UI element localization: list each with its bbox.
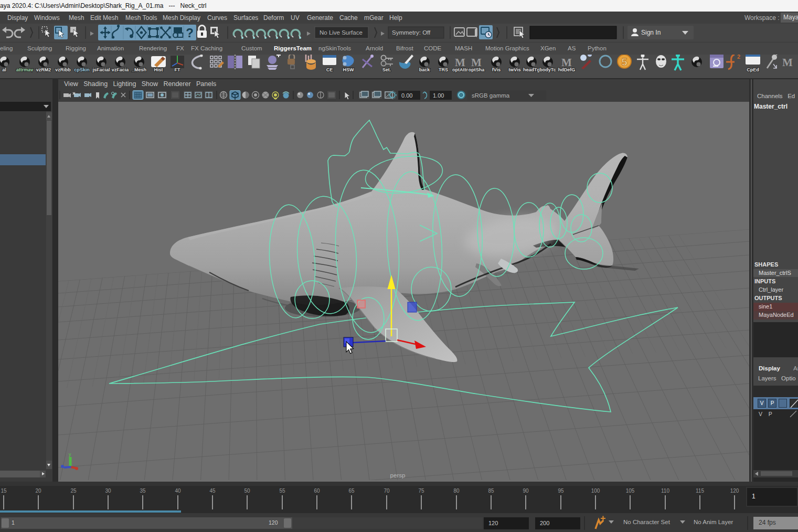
- svg-text:Symmetry: Off: Symmetry: Off: [392, 29, 431, 36]
- svg-text:al: al: [2, 67, 6, 72]
- svg-text:y: y: [69, 452, 71, 457]
- svg-text:M: M: [782, 56, 793, 69]
- svg-text:85: 85: [488, 488, 494, 494]
- svg-text:5: 5: [621, 56, 627, 68]
- svg-text:back: back: [419, 67, 431, 72]
- svg-text:105: 105: [626, 488, 635, 494]
- svg-text:115: 115: [696, 488, 704, 494]
- svg-text:fVis: fVis: [492, 67, 501, 72]
- svg-text:vzRM2: vzRM2: [36, 67, 51, 72]
- svg-text:90: 90: [523, 488, 529, 494]
- svg-text:hdDefG: hdDefG: [558, 67, 576, 72]
- svg-text:bodyTc: bodyTc: [539, 67, 556, 72]
- svg-text:40: 40: [175, 488, 181, 494]
- svg-text:20: 20: [35, 488, 41, 494]
- svg-text:30: 30: [105, 488, 111, 494]
- svg-text:95: 95: [558, 488, 564, 494]
- svg-text:_Mesh: _Mesh: [131, 67, 146, 72]
- svg-text:110: 110: [661, 488, 669, 494]
- svg-text:persp: persp: [390, 472, 406, 478]
- svg-text:sRGB gamma: sRGB gamma: [472, 92, 510, 99]
- svg-text:Sign In: Sign In: [641, 29, 661, 36]
- svg-text:25: 25: [70, 488, 77, 494]
- svg-text:cpSkin: cpSkin: [74, 67, 90, 72]
- svg-text:100: 100: [591, 488, 600, 494]
- svg-text:60: 60: [314, 488, 320, 494]
- svg-text:45: 45: [209, 488, 216, 494]
- svg-text:1.00: 1.00: [433, 92, 444, 99]
- svg-text:55: 55: [279, 488, 285, 494]
- svg-text:TRS: TRS: [439, 67, 448, 72]
- svg-text:HSW: HSW: [343, 67, 355, 72]
- svg-text:vzFacia: vzFacia: [112, 67, 130, 72]
- svg-text:80: 80: [453, 488, 460, 494]
- svg-text:?: ?: [186, 26, 194, 40]
- svg-text:attrmav: attrmav: [16, 67, 34, 72]
- svg-text:CE: CE: [326, 67, 333, 72]
- svg-text:Set.: Set.: [382, 67, 391, 72]
- svg-text:120: 120: [730, 488, 739, 494]
- svg-text:15: 15: [1, 488, 7, 494]
- svg-text:65: 65: [348, 488, 355, 494]
- svg-text:headTg: headTg: [523, 67, 540, 72]
- svg-text:jsFacial: jsFacial: [92, 67, 110, 72]
- svg-text:optSha: optSha: [469, 67, 485, 72]
- svg-text:0.00: 0.00: [401, 92, 412, 99]
- svg-text:75: 75: [418, 488, 424, 494]
- svg-text:Hist: Hist: [154, 67, 163, 72]
- svg-text:FT: FT: [175, 67, 180, 72]
- svg-text:vzRibb: vzRibb: [55, 67, 71, 72]
- svg-text:No Live Surface: No Live Surface: [320, 29, 363, 36]
- svg-text:70: 70: [384, 488, 390, 494]
- svg-text:50: 50: [244, 488, 250, 494]
- svg-text:CpEd: CpEd: [747, 67, 759, 72]
- svg-text:optAttr: optAttr: [452, 67, 468, 72]
- svg-text:35: 35: [140, 488, 146, 494]
- svg-text:2: 2: [737, 55, 740, 60]
- svg-text:twVis: twVis: [508, 67, 520, 72]
